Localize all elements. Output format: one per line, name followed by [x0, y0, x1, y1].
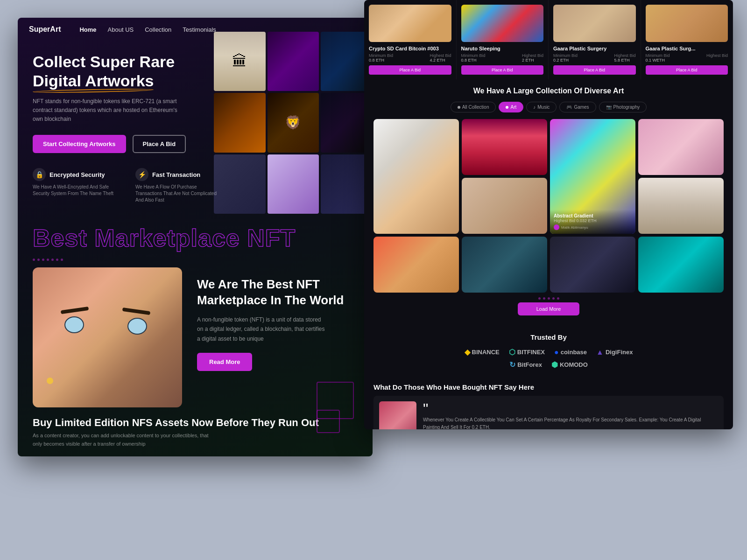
nft-card-title-1: Naruto Sleeping [461, 46, 544, 51]
start-collecting-button[interactable]: Start Collecting Artworks [33, 135, 126, 153]
brow-right [122, 308, 151, 315]
komodo-icon: ⬢ [551, 360, 558, 369]
art-item-9 [550, 237, 635, 293]
nft-card-3: Gaara Plastic Surg... Minimum Bid 0.1 WE… [641, 0, 733, 79]
nft-card-img-0 [369, 5, 451, 42]
featured-bid-val: 0.032 ETH [577, 218, 597, 223]
filter-art[interactable]: Art [499, 102, 523, 112]
featured-bid-label: Highest Bid [554, 218, 577, 223]
logo-komodo: ⬢ KOMODO [551, 360, 588, 369]
author-avatar [554, 224, 559, 230]
nft-card-1: Naruto Sleeping Minimum Bid 0.8 ETH High… [457, 0, 549, 79]
nft-cards-row: Crypto SD Card Bitcoin #003 Minimum Bid … [364, 0, 733, 79]
geo-shape-2 [317, 410, 340, 433]
trusted-logos-2: ↻ BitForex ⬢ KOMODO [374, 360, 724, 369]
feature-security: 🔒 Encrypted Security We Have A Well-Encr… [33, 168, 117, 203]
marketplace-title: We Are The Best NFT Marketplace In The W… [197, 277, 358, 308]
art-item-8 [462, 237, 547, 293]
hero-title: Collect Super Rare Digital Artworks [33, 52, 210, 91]
hero-section: Collect Super Rare Digital Artworks NFT … [18, 41, 373, 215]
trusted-title: Trusted By [374, 333, 724, 341]
filter-photography[interactable]: 📷 Photography [599, 102, 647, 112]
nft-card-title-3: Gaara Plastic Surg... [646, 46, 728, 51]
load-more-button[interactable]: Load More [518, 302, 580, 315]
place-bid-btn-3[interactable]: Place A Bid [646, 65, 728, 75]
filter-tabs: All Collection Art ♪ Music 🎮 Games 📷 Pho… [374, 102, 724, 112]
eye-right [127, 318, 147, 335]
coinbase-icon: ● [554, 348, 559, 357]
nav-home[interactable]: Home [79, 26, 96, 33]
security-desc: We Have A Well-Encrypted And Safe Securi… [33, 184, 117, 197]
bottom-title: Buy Limited Edition NFS Assets Now Befor… [33, 417, 358, 429]
nft-card-title-2: Gaara Plastic Surgery [553, 46, 636, 51]
quote-mark: " [423, 401, 718, 416]
nft-card-img-3 [646, 5, 728, 42]
transaction-icon: ⚡ [135, 168, 148, 181]
bitfinex-icon: ⬡ [509, 348, 515, 357]
author-name: Malik Ablimanyu [561, 225, 588, 230]
nft-card-img-2 [553, 5, 636, 42]
portrait-dot [47, 378, 53, 384]
logo-binance: ◆ BINANCE [465, 348, 500, 357]
nav-testimonials[interactable]: Testimonials [183, 26, 216, 33]
secondary-window: Crypto SD Card Bitcoin #003 Minimum Bid … [364, 0, 733, 429]
nft-card-0: Crypto SD Card Bitcoin #003 Minimum Bid … [364, 0, 457, 79]
pagination-dots [374, 297, 724, 300]
art-item-6 [638, 178, 724, 234]
testimonial-quote: Whenever You Create A Collectible You Ca… [423, 416, 718, 429]
hero-subtitle: NFT stands for non-fungible tokens like … [33, 97, 182, 124]
bitforex-icon: ↻ [509, 360, 515, 369]
eye-left [64, 316, 84, 333]
brand-logo: SuperArt [29, 25, 61, 34]
marketplace-tagline: Best Marketplace NFT [18, 215, 373, 257]
binance-icon: ◆ [465, 348, 470, 357]
art-item-10 [638, 237, 724, 293]
featured-art-title: Abstract Gradient [554, 213, 632, 218]
hero-buttons: Start Collecting Artworks Place A Bid [33, 135, 358, 153]
nav-collection[interactable]: Collection [145, 26, 171, 33]
nft-card-img-1 [461, 5, 544, 42]
feature-transaction: ⚡ Fast Transaction We Have A Flow Of Pur… [135, 168, 219, 203]
read-more-button[interactable]: Read More [197, 353, 252, 371]
digifinex-icon: ▲ [596, 348, 604, 357]
logo-digifinex: ▲ DigiFinex [596, 348, 633, 357]
transaction-label: Fast Transaction [152, 171, 200, 178]
transaction-desc: We Have A Flow Of Purchase Transactions … [135, 184, 219, 203]
testimonial-image [379, 401, 416, 429]
collection-section: We Have A Large Collection Of Diverse Ar… [364, 79, 733, 326]
testimonials-title: What Do Those Who Have Bought NFT Say He… [374, 383, 724, 391]
trusted-logos: ◆ BINANCE ⬡ BITFINEX ● coinbase ▲ DigiFi… [374, 348, 724, 357]
brow-left [61, 307, 89, 314]
trusted-section: Trusted By ◆ BINANCE ⬡ BITFINEX ● coinba… [364, 326, 733, 377]
testimonials-section: What Do Those Who Have Bought NFT Say He… [364, 377, 733, 429]
filter-music[interactable]: ♪ Music [526, 102, 557, 112]
main-window: SuperArt Home About US Collection Testim… [18, 18, 373, 456]
nft-card-title-0: Crypto SD Card Bitcoin #003 [369, 46, 451, 51]
art-item-7 [374, 237, 459, 293]
dots-row [18, 257, 373, 263]
art-grid: Abstract Gradient Highest Bid 0.032 ETH … [374, 119, 724, 293]
logo-bitfinex: ⬡ BITFINEX [509, 348, 545, 357]
lock-icon: 🔒 [33, 168, 46, 181]
art-item-5 [462, 178, 547, 234]
bottom-description: As a content creator, you can add unlock… [33, 432, 210, 448]
art-item-2 [462, 119, 547, 175]
place-bid-btn-0[interactable]: Place A Bid [369, 65, 451, 75]
filter-all[interactable]: All Collection [451, 102, 496, 112]
nav-about[interactable]: About US [108, 26, 134, 33]
art-item-3: Abstract Gradient Highest Bid 0.032 ETH … [550, 119, 635, 234]
place-bid-button[interactable]: Place A Bid [133, 135, 186, 153]
filter-games[interactable]: 🎮 Games [559, 102, 596, 112]
marketplace-description: A non-fungible token (NFT) is a unit of … [197, 315, 328, 343]
place-bid-btn-2[interactable]: Place A Bid [553, 65, 636, 75]
collection-title: We Have A Large Collection Of Diverse Ar… [374, 87, 724, 95]
logo-coinbase: ● coinbase [554, 348, 587, 357]
feature-badges: 🔒 Encrypted Security We Have A Well-Encr… [33, 168, 358, 203]
place-bid-btn-1[interactable]: Place A Bid [461, 65, 544, 75]
security-label: Encrypted Security [49, 171, 105, 178]
portrait-image [33, 267, 182, 407]
testimonial-card: " Whenever You Create A Collectible You … [374, 396, 724, 429]
logo-bitforex: ↻ BitForex [509, 360, 542, 369]
nft-card-2: Gaara Plastic Surgery Minimum Bid 0.2 ET… [549, 0, 641, 79]
testimonial-content: " Whenever You Create A Collectible You … [423, 401, 718, 429]
